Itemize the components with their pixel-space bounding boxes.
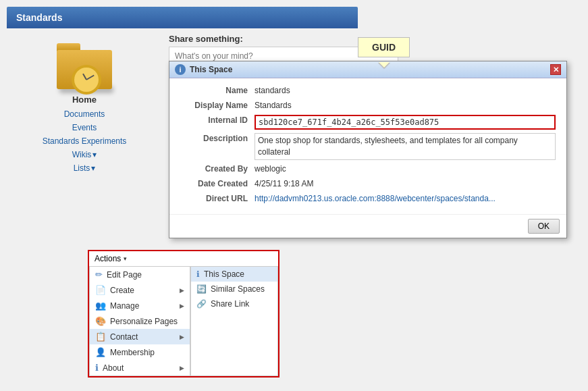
dialog-footer: OK [169,214,566,238]
submenu-item-this-space-label: This Space [204,269,244,279]
menu-container: ✏ Edit Page 📄 Create ▶ 👥 Manage ▶ [89,266,278,376]
dialog-ok-button[interactable]: OK [528,219,560,234]
dialog-created-by-label: Created By [180,163,255,175]
sidebar-item-documents[interactable]: Documents [7,107,162,121]
clock-face [74,68,99,92]
edit-page-icon: ✏ [95,269,103,280]
dialog-date-created-label: Date Created [180,178,255,190]
menu-item-about[interactable]: ℹ About ▶ [90,360,190,375]
about-arrow-icon: ▶ [180,365,184,371]
submenu-item-share-link[interactable]: 🔗 Share Link [191,296,277,311]
dialog-title: This Space [190,65,232,74]
manage-arrow-icon: ▶ [180,303,184,309]
dialog-created-by-value: weblogic [255,163,556,175]
sidebar-home[interactable]: Home [7,95,162,105]
dialog-description-label: Description [180,133,255,160]
menu-item-contact[interactable]: 📋 Contact ▶ [90,329,190,344]
submenu-item-share-link-label: Share Link [211,299,249,309]
actions-menu-area: Actions ▾ ✏ Edit Page 📄 Create ▶ 👥 [88,250,279,377]
dialog-info-icon: i [175,64,186,75]
secondary-menu: ℹ This Space 🔄 Similar Spaces 🔗 Share Li… [190,266,278,376]
actions-arrow-icon: ▾ [124,255,127,262]
lists-arrow-icon: ▾ [91,163,95,173]
dialog-display-name-row: Display Name Standards [180,100,556,111]
dialog-display-name-label: Display Name [180,100,255,111]
dialog-direct-url-row: Direct URL http://dadvmh0213.us.oracle.c… [180,193,556,205]
menu-item-manage[interactable]: 👥 Manage ▶ [90,298,190,313]
menu-item-create[interactable]: 📄 Create ▶ [90,282,190,298]
personalize-icon: 🎨 [95,316,106,326]
menu-item-manage-label: Manage [110,301,139,311]
submenu-item-similar-spaces-label: Similar Spaces [211,284,265,294]
dialog-internal-id-value: sbd120ce7_671f_4b24_a26c_55f53e0ad875 [255,115,556,130]
sidebar-nav: Home Documents Events Standards Experime… [7,95,162,175]
about-icon: ℹ [95,363,99,373]
this-space-dialog: i This Space ✕ Name standards Display Na… [169,61,567,238]
clock-hand-min [86,75,95,80]
dialog-direct-url-label: Direct URL [180,193,255,205]
submenu-item-similar-spaces[interactable]: 🔄 Similar Spaces [191,282,277,296]
dialog-date-created-value: 4/25/11 9:18 AM [255,178,556,190]
menu-item-about-label: About [103,363,124,373]
folder-body [57,50,112,89]
dialog-body: Name standards Display Name Standards In… [169,78,566,214]
page-header: Standards [7,7,358,28]
page-title: Standards [16,12,62,23]
dialog-name-label: Name [180,85,255,97]
dialog-direct-url-value[interactable]: http://dadvmh0213.us.oracle.com:8888/web… [255,193,556,205]
this-space-icon: ℹ [196,269,200,279]
menu-item-create-label: Create [110,286,134,295]
guid-label: GUID [372,42,396,53]
dialog-name-value: standards [255,85,556,97]
dialog-description-value: One stop shop for standards, stylesheets… [255,133,556,160]
sidebar-item-events[interactable]: Events [7,121,162,134]
membership-icon: 👤 [95,347,106,357]
folder-clock [72,65,101,95]
share-link-icon: 🔗 [196,299,207,309]
actions-label: Actions [95,254,121,263]
dialog-internal-id-label: Internal ID [180,115,255,130]
dialog-created-by-row: Created By weblogic [180,163,556,175]
wikis-arrow-icon: ▾ [92,150,97,159]
primary-menu: ✏ Edit Page 📄 Create ▶ 👥 Manage ▶ [89,266,190,376]
menu-item-edit-page[interactable]: ✏ Edit Page [90,267,190,282]
menu-item-membership[interactable]: 👤 Membership [90,344,190,360]
contact-icon: 📋 [95,332,106,342]
menu-item-personalize[interactable]: 🎨 Personalize Pages [90,313,190,329]
submenu-item-this-space[interactable]: ℹ This Space [191,267,277,282]
dialog-close-button[interactable]: ✕ [550,64,561,75]
menu-item-contact-label: Contact [110,332,138,342]
similar-spaces-icon: 🔄 [196,284,207,294]
sidebar-item-standards-experiments[interactable]: Standards Experiments [7,134,162,148]
create-icon: 📄 [95,285,106,295]
dialog-internal-id-row: Internal ID sbd120ce7_671f_4b24_a26c_55f… [180,115,556,130]
sidebar-item-wikis[interactable]: Wikis ▾ [7,148,162,161]
dialog-titlebar: i This Space ✕ [169,61,566,78]
manage-icon: 👥 [95,301,106,311]
dialog-name-row: Name standards [180,85,556,97]
folder-icon [54,34,115,95]
sidebar: Home Documents Events Standards Experime… [7,34,162,175]
guid-tooltip: GUID [358,37,410,57]
menu-item-edit-page-label: Edit Page [107,270,142,280]
dialog-date-created-row: Date Created 4/25/11 9:18 AM [180,178,556,190]
dialog-display-name-value: Standards [255,100,556,111]
actions-header[interactable]: Actions ▾ [89,251,278,266]
menu-item-membership-label: Membership [110,348,155,357]
sidebar-item-lists[interactable]: Lists ▾ [7,161,162,175]
contact-arrow-icon: ▶ [180,334,184,340]
dialog-title-left: i This Space [175,64,232,75]
create-arrow-icon: ▶ [180,287,184,294]
dialog-description-row: Description One stop shop for standards,… [180,133,556,160]
menu-item-personalize-label: Personalize Pages [110,317,178,326]
